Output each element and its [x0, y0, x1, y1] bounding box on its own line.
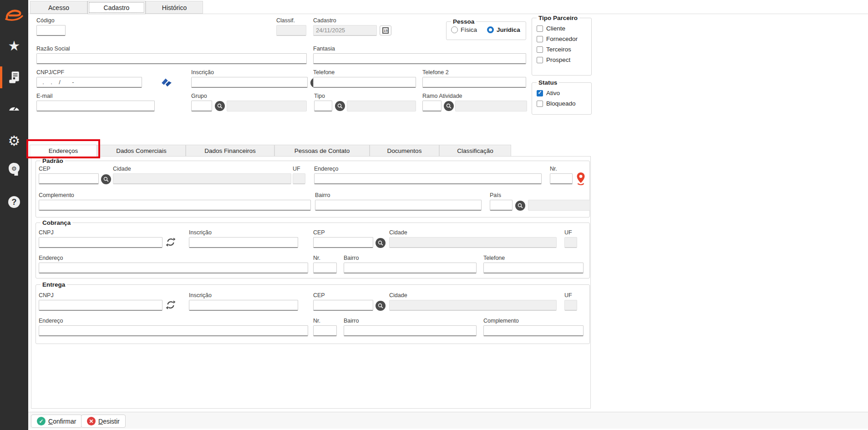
- cobranca-cep-search-button[interactable]: [376, 238, 386, 248]
- classif-label: Classif.: [276, 17, 306, 24]
- entrega-bairro-input[interactable]: [344, 325, 477, 336]
- app-window: ★ ⚙ ⚙: [0, 0, 868, 430]
- grupo-search-button[interactable]: [215, 101, 225, 111]
- cobranca-copy-button[interactable]: [165, 236, 177, 248]
- search-icon: [517, 202, 523, 209]
- codigo-label: Código: [36, 17, 66, 24]
- padrao-complemento-input[interactable]: [39, 200, 311, 211]
- map-pin-icon: [575, 172, 586, 186]
- tab-classificacao[interactable]: Classificação: [439, 145, 511, 157]
- confirm-check-icon: ✓: [37, 417, 46, 425]
- checkbox-terceiros[interactable]: Terceiros: [537, 45, 587, 54]
- padrao-legend: Padrão: [41, 157, 65, 164]
- cadastro-panel: Código Classif. Cadastro 15 Pessoa Físic…: [28, 0, 868, 430]
- inscricao-input[interactable]: [191, 77, 308, 88]
- confirmar-button[interactable]: ✓ Confirmar: [31, 415, 82, 428]
- cobranca-endereco-input[interactable]: [39, 263, 308, 273]
- entrega-nr-input[interactable]: [313, 325, 337, 336]
- padrao-cep-search-button[interactable]: [101, 174, 111, 184]
- calendar-button[interactable]: 15: [380, 25, 391, 35]
- padrao-cep-field: CEP: [39, 166, 99, 184]
- entrega-cep-input[interactable]: [313, 300, 373, 311]
- cobranca-telefone-field: Telefone: [483, 255, 584, 273]
- cobranca-nr-label: Nr.: [313, 255, 337, 262]
- entrega-uf-input: [564, 300, 577, 311]
- sidebar-item-assistant[interactable]: ⚙: [0, 160, 28, 179]
- entrega-cep-search-button[interactable]: [376, 301, 386, 311]
- sidebar-item-registration[interactable]: [0, 68, 28, 86]
- tab-cadastro[interactable]: Cadastro: [87, 1, 146, 14]
- fantasia-input[interactable]: [313, 53, 526, 64]
- padrao-nr-input[interactable]: [550, 173, 573, 184]
- entrega-uf-field: UF: [564, 292, 577, 311]
- entrega-cnpj-input[interactable]: [39, 300, 162, 311]
- ramo-search-button[interactable]: [444, 101, 454, 111]
- ramo-atividade-input[interactable]: [422, 101, 442, 111]
- telefone-input[interactable]: [313, 77, 416, 88]
- map-pin-button[interactable]: [574, 172, 587, 186]
- tipo-label: Tipo: [314, 93, 332, 100]
- entrega-inscricao-input[interactable]: [189, 300, 298, 311]
- radio-fisica[interactable]: Física: [451, 26, 477, 33]
- checkbox-bloqueado-icon: [537, 101, 543, 107]
- tab-documentos[interactable]: Documentos: [370, 145, 439, 157]
- sidebar-item-dashboard[interactable]: [0, 99, 28, 116]
- padrao-pais-input[interactable]: [490, 200, 513, 211]
- padrao-pais-search-button[interactable]: [515, 201, 525, 211]
- cobranca-cep-label: CEP: [313, 229, 373, 236]
- tab-dados-financeiros[interactable]: Dados Financeiros: [186, 145, 274, 157]
- sidebar-item-help[interactable]: ?: [0, 195, 28, 209]
- radio-juridica-icon: [487, 26, 494, 33]
- gear-icon: ⚙: [8, 134, 20, 148]
- codigo-input[interactable]: [36, 25, 66, 36]
- sidebar-item-favorites[interactable]: ★: [0, 38, 28, 54]
- razao-social-input[interactable]: [36, 53, 307, 64]
- tab-dados-comerciais[interactable]: Dados Comerciais: [97, 145, 186, 157]
- email-input[interactable]: [36, 101, 155, 111]
- cadastro-date-label: Cadastro: [313, 17, 377, 24]
- entrega-endereco-input[interactable]: [39, 325, 308, 336]
- cobranca-telefone-input[interactable]: [483, 263, 584, 273]
- padrao-nr-label: Nr.: [550, 166, 573, 172]
- padrao-endereco-input[interactable]: [314, 173, 542, 184]
- grupo-label: Grupo: [191, 93, 212, 100]
- grupo-input[interactable]: [191, 101, 212, 111]
- cnpj-cpf-input[interactable]: [36, 77, 142, 88]
- status-fieldset: Status Ativo Bloqueado: [532, 79, 592, 115]
- padrao-endereco-field: Endereço: [314, 166, 542, 184]
- cobranca-endereco-field: Endereço: [39, 255, 308, 273]
- search-icon: [446, 103, 452, 109]
- checkbox-ativo-label: Ativo: [546, 90, 560, 96]
- checkbox-bloqueado-label: Bloqueado: [546, 100, 576, 107]
- checkbox-prospect[interactable]: Prospect: [537, 56, 587, 64]
- tipo-input[interactable]: [314, 101, 332, 111]
- cobranca-inscricao-input[interactable]: [189, 237, 298, 248]
- telefone-label: Telefone: [313, 69, 416, 76]
- checkbox-cliente[interactable]: Cliente: [537, 24, 587, 33]
- cobranca-bairro-input[interactable]: [344, 263, 477, 273]
- padrao-bairro-input[interactable]: [315, 200, 482, 211]
- cobranca-cep-field: CEP: [313, 229, 373, 248]
- telefone2-input[interactable]: [422, 77, 526, 88]
- radio-juridica[interactable]: Jurídica: [487, 26, 520, 33]
- padrao-cep-input[interactable]: [39, 173, 99, 184]
- radio-juridica-label: Jurídica: [497, 26, 520, 33]
- cobranca-cep-input[interactable]: [313, 237, 373, 248]
- entrega-complemento-input[interactable]: [483, 325, 584, 336]
- tipo-search-button[interactable]: [335, 101, 345, 111]
- receita-federal-button[interactable]: [160, 76, 173, 88]
- cobranca-cnpj-input[interactable]: [39, 237, 162, 248]
- tab-pessoas-de-contato[interactable]: Pessoas de Contato: [274, 145, 370, 157]
- checkbox-ativo[interactable]: Ativo: [537, 89, 587, 97]
- sidebar-item-settings[interactable]: ⚙: [0, 133, 28, 149]
- entrega-copy-button[interactable]: [165, 299, 177, 311]
- status-legend: Status: [537, 79, 559, 86]
- star-icon: ★: [8, 39, 20, 53]
- search-icon: [217, 103, 223, 109]
- checkbox-bloqueado[interactable]: Bloqueado: [537, 99, 587, 108]
- cobranca-nr-input[interactable]: [313, 263, 337, 273]
- desistir-button[interactable]: ✕ Desistir: [81, 415, 126, 428]
- entrega-inscricao-field: Inscrição: [189, 292, 298, 311]
- entrega-nr-field: Nr.: [313, 318, 337, 336]
- checkbox-fornecedor[interactable]: Fornecedor: [537, 35, 587, 43]
